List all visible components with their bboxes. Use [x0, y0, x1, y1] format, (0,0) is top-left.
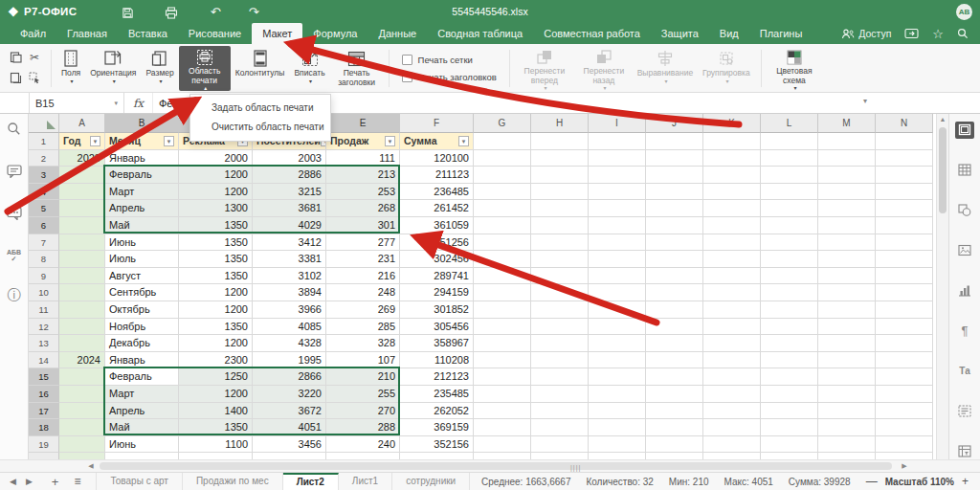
cell[interactable] [474, 234, 531, 252]
cell[interactable] [531, 167, 589, 184]
cell[interactable]: 240 [326, 436, 400, 454]
open-location-icon[interactable] [904, 28, 919, 39]
zoom-out-button[interactable]: — [866, 475, 878, 488]
scroll-left-icon[interactable]: ◀ [84, 460, 98, 472]
cell[interactable]: 1200 [179, 184, 253, 201]
row-header[interactable]: 6 [29, 217, 59, 234]
cell[interactable] [646, 150, 703, 167]
cell[interactable]: 2024 [59, 352, 105, 369]
cell[interactable] [876, 133, 933, 150]
cell[interactable] [876, 284, 933, 301]
column-header[interactable]: K [703, 114, 761, 133]
cell[interactable] [531, 301, 589, 319]
cell[interactable]: 270 [326, 403, 400, 420]
cell[interactable] [400, 453, 474, 459]
cell[interactable]: 1200 [179, 301, 253, 319]
row-header[interactable]: 19 [29, 436, 59, 454]
cell[interactable]: 236485 [400, 184, 474, 201]
cell[interactable] [474, 200, 531, 217]
undo-icon[interactable]: ↶ [203, 5, 228, 19]
cell[interactable] [761, 386, 818, 403]
cell[interactable]: 1300 [179, 200, 253, 217]
cell[interactable] [589, 200, 646, 217]
cell[interactable]: 2866 [253, 368, 326, 386]
row-header[interactable]: 4 [29, 184, 59, 201]
cell[interactable] [531, 453, 589, 459]
add-sheet-icon[interactable]: + [52, 475, 59, 489]
zoom-in-button[interactable]: + [962, 475, 969, 488]
cell[interactable]: Октябрь [105, 301, 179, 319]
cell[interactable]: 255 [326, 386, 400, 403]
menu-tab[interactable]: Совместная работа [533, 23, 651, 44]
table-settings-icon[interactable] [955, 162, 974, 179]
comments-icon[interactable] [7, 165, 22, 182]
cell[interactable] [818, 150, 876, 167]
cell[interactable]: 3381 [253, 251, 326, 268]
cell[interactable]: 1200 [179, 386, 253, 403]
cell[interactable] [474, 436, 531, 454]
cell[interactable]: 289741 [400, 268, 474, 285]
cell[interactable] [589, 167, 646, 184]
cell[interactable] [703, 319, 761, 336]
cell[interactable] [876, 335, 933, 352]
spellcheck-icon[interactable]: АБВ✓ [7, 249, 21, 262]
cell[interactable] [818, 436, 876, 454]
cell[interactable] [59, 268, 105, 285]
cell[interactable] [474, 335, 531, 352]
cell[interactable] [818, 386, 876, 403]
cell[interactable]: 301 [326, 217, 400, 234]
cell[interactable] [703, 251, 761, 268]
cell[interactable] [59, 184, 105, 201]
cell[interactable] [818, 268, 876, 285]
cell[interactable]: 216 [326, 268, 400, 285]
cell[interactable]: 210 [326, 368, 400, 386]
cell[interactable] [531, 436, 589, 454]
paragraph-settings-icon[interactable]: ¶ [955, 322, 974, 339]
cell[interactable] [761, 368, 818, 386]
cell[interactable] [876, 453, 933, 459]
cell[interactable]: 2023 [59, 150, 105, 167]
cell[interactable] [589, 386, 646, 403]
cell[interactable] [761, 335, 818, 352]
cell[interactable] [474, 217, 531, 234]
cell[interactable] [761, 251, 818, 268]
fit-button[interactable]: Вписать▾ [289, 46, 329, 91]
cell[interactable] [818, 200, 876, 217]
cell[interactable] [876, 268, 933, 285]
filter-button[interactable]: ▼ [458, 136, 469, 146]
menu-tab[interactable]: Макет [252, 23, 302, 44]
cell[interactable]: Февраль [105, 368, 179, 386]
cell[interactable]: 351256 [400, 234, 474, 252]
cell[interactable]: 352156 [400, 436, 474, 454]
cell[interactable] [703, 217, 761, 234]
cell[interactable] [59, 167, 105, 184]
cell[interactable] [818, 453, 876, 459]
print-titles-button[interactable]: Печать заголовки [330, 46, 384, 91]
cell[interactable] [589, 184, 646, 201]
cell[interactable] [761, 453, 818, 459]
chart-settings-icon[interactable] [955, 282, 974, 300]
cell[interactable]: 358967 [400, 335, 474, 352]
cell[interactable]: 361059 [400, 217, 474, 234]
cell[interactable] [531, 268, 589, 285]
cell[interactable] [818, 251, 876, 268]
cell[interactable] [531, 251, 589, 268]
cell[interactable]: Декабрь [105, 335, 179, 352]
cell[interactable] [761, 352, 818, 369]
cell[interactable] [818, 403, 876, 420]
cell[interactable]: Январь [105, 150, 179, 167]
column-headers[interactable]: ABCDEFGHIJKLMN [29, 114, 936, 133]
cell[interactable]: 3966 [253, 301, 326, 319]
cell[interactable] [589, 335, 646, 352]
cell[interactable] [646, 403, 703, 420]
cell[interactable] [646, 284, 703, 301]
cell[interactable] [646, 133, 703, 150]
cell[interactable] [761, 301, 818, 319]
horizontal-scrollbar[interactable]: ◀ |||| ▶ [0, 459, 980, 472]
cell[interactable] [531, 284, 589, 301]
cell[interactable] [876, 368, 933, 386]
column-header[interactable]: H [531, 114, 589, 133]
menu-tab[interactable]: Вид [709, 23, 749, 44]
row-header[interactable]: 16 [29, 386, 59, 403]
print-icon[interactable] [159, 4, 184, 18]
